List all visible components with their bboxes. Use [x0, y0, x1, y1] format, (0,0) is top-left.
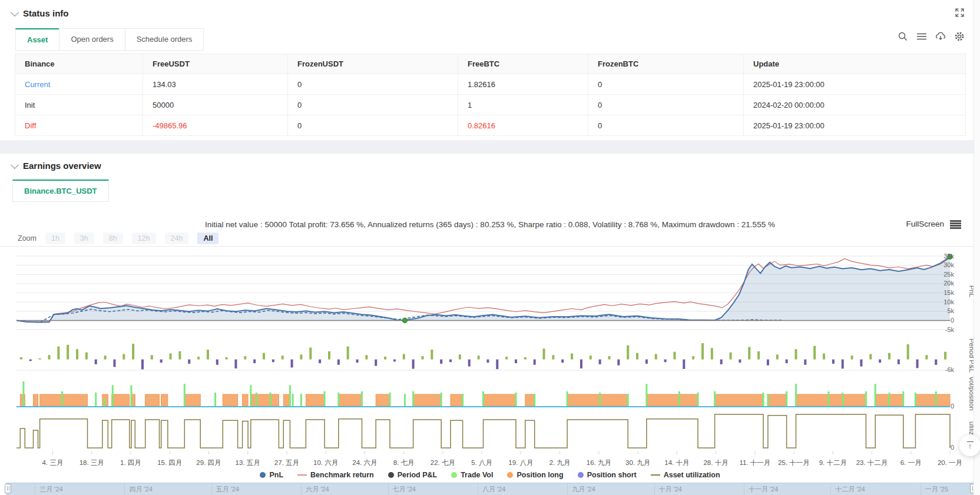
navigator-month-label: 十二月 '24 — [835, 485, 865, 494]
tab-asset[interactable]: Asset — [15, 28, 59, 51]
legend-item-trade-vol[interactable]: Trade Vol — [451, 471, 493, 479]
column-header-binance: Binance — [15, 54, 143, 74]
legend-item-pnl[interactable]: PnL — [260, 471, 283, 479]
earnings-section-title: Earnings overview — [23, 161, 101, 171]
trade-vol-spike — [795, 384, 797, 406]
status-section-title: Status info — [23, 8, 69, 18]
legend-label: Position long — [517, 471, 563, 479]
trade-vol-spike — [184, 384, 186, 406]
cell-frozenbtc: 0 — [588, 115, 744, 136]
cell-binance: Diff — [15, 115, 143, 136]
tab-open-orders[interactable]: Open orders — [59, 28, 125, 51]
trade-vol-spike — [767, 394, 769, 406]
navigator-month-separator — [301, 483, 302, 495]
navigator-month-label: 七月 '24 — [393, 485, 416, 494]
status-info-card: Status info AssetOpen ordersSchedule ord… — [0, 0, 980, 140]
trade-vol-spike — [714, 391, 716, 406]
svg-text:4. 三月: 4. 三月 — [42, 459, 64, 466]
zoom-label: Zoom — [18, 234, 37, 242]
expand-icon[interactable] — [955, 8, 965, 18]
svg-text:25k: 25k — [943, 271, 954, 278]
trade-vol-spike — [827, 391, 829, 406]
column-header-freebtc: FreeBTC — [458, 54, 588, 74]
legend-label: Period P&L — [398, 471, 437, 479]
trade-vol-spike — [256, 393, 257, 406]
navigator-left-handle[interactable] — [5, 484, 11, 493]
position-long-block — [451, 394, 463, 406]
chart-context-menu-icon[interactable] — [950, 220, 961, 229]
table-toolbar — [898, 31, 965, 42]
trade-vol-spike — [250, 385, 251, 406]
earnings-summary: Initial net value : 50000 Total profit: … — [0, 220, 980, 229]
zoom-button-12h[interactable]: 12h — [132, 232, 156, 244]
column-header-frozenusdt: FrozenUSDT — [288, 54, 458, 74]
trade-vol-spike — [482, 391, 484, 406]
trade-vol-spike — [678, 391, 680, 406]
position-long-block — [34, 394, 38, 406]
legend-item-position-short[interactable]: Position short — [578, 471, 637, 479]
cell-freeusdt: 134.03 — [143, 74, 288, 95]
svg-text:30k: 30k — [943, 261, 954, 268]
chart-legend: PnLBenchmark returnPeriod P&LTrade VolPo… — [0, 471, 980, 479]
tab-binance-btc-usdt[interactable]: Binance.BTC_USDT — [12, 180, 109, 202]
trade-vol-spike — [300, 394, 302, 406]
zoom-button-24h[interactable]: 24h — [165, 232, 189, 244]
status-tabs: AssetOpen ordersSchedule orders — [15, 28, 203, 51]
trade-vol-spike — [103, 398, 105, 406]
legend-label: Benchmark return — [310, 471, 374, 479]
trade-vol-spike — [112, 385, 114, 406]
position-long-block — [413, 394, 442, 406]
back-to-top-button[interactable]: ↑ — [959, 435, 980, 456]
status-section-header[interactable]: Status info — [12, 8, 69, 18]
navigator-month-separator — [567, 483, 568, 495]
earnings-chart[interactable]: 35k30k25k20k15k10k5k0-5kPnL-6kPeriod P&L… — [0, 246, 980, 471]
legend-item-position-long[interactable]: Position long — [507, 471, 563, 479]
svg-text:16. 九月: 16. 九月 — [587, 459, 611, 466]
svg-text:10. 六月: 10. 六月 — [313, 459, 338, 466]
svg-text:6. 一月: 6. 一月 — [900, 459, 922, 466]
zoom-button-1h[interactable]: 1h — [45, 232, 65, 244]
chart-navigator[interactable]: 三月 '24四月 '24五月 '24六月 '24七月 '24八月 '24九月 '… — [6, 483, 975, 495]
navigator-month-separator — [744, 483, 744, 495]
position-long-block — [768, 394, 787, 406]
zoom-button-3h[interactable]: 3h — [74, 232, 94, 244]
trade-vol-spike — [888, 393, 890, 406]
cell-frozenusdt: 0 — [288, 115, 458, 136]
cloud-download-icon[interactable] — [935, 31, 946, 42]
search-icon[interactable] — [898, 31, 908, 42]
legend-item-period-p-l[interactable]: Period P&L — [388, 471, 437, 479]
svg-text:18. 三月: 18. 三月 — [80, 459, 104, 466]
navigator-month-label: 八月 '24 — [482, 485, 505, 494]
position-long-block — [715, 394, 763, 406]
period-pnl-panel: -6kPeriod P&L — [16, 338, 975, 373]
cell-binance[interactable]: Current — [15, 74, 143, 95]
menu-icon[interactable] — [916, 31, 927, 42]
position-long-block — [161, 394, 168, 406]
fullscreen-button[interactable]: FullScreen — [906, 220, 944, 228]
trade-vol-spike — [515, 393, 517, 406]
collapse-chevron-icon — [11, 160, 19, 168]
svg-text:11. 十一月: 11. 十一月 — [739, 459, 770, 466]
trade-vol-spike — [270, 393, 272, 406]
navigator-month-label: 四月 '24 — [129, 485, 152, 494]
zoom-button-8h[interactable]: 8h — [103, 232, 123, 244]
scrollbar[interactable] — [974, 0, 980, 495]
tab-schedule-orders[interactable]: Schedule orders — [125, 28, 204, 51]
zoom-button-all[interactable]: All — [197, 232, 218, 244]
position-long-block — [796, 394, 866, 406]
cell-frozenbtc: 0 — [588, 74, 744, 95]
legend-dot-icon — [578, 472, 584, 478]
cell-update: 2025-01-19 23:00:00 — [744, 115, 966, 136]
legend-item-benchmark-return[interactable]: Benchmark return — [297, 471, 374, 479]
trade-vol-spike — [567, 391, 568, 406]
gear-icon[interactable] — [954, 31, 965, 42]
asset-table: BinanceFreeUSDTFrozenUSDTFreeBTCFrozenBT… — [15, 54, 966, 136]
earnings-section-header[interactable]: Earnings overview — [12, 161, 101, 171]
legend-item-asset-utilization[interactable]: Asset utilization — [651, 471, 720, 479]
cell-frozenbtc: 0 — [588, 95, 744, 115]
svg-text:23. 十二月: 23. 十二月 — [856, 459, 888, 466]
cell-update: 2024-02-20 00:00:00 — [744, 95, 966, 115]
trade-vol-spike — [462, 394, 463, 406]
trade-vol-spike — [875, 384, 876, 406]
trade-vol-spike — [337, 393, 339, 406]
